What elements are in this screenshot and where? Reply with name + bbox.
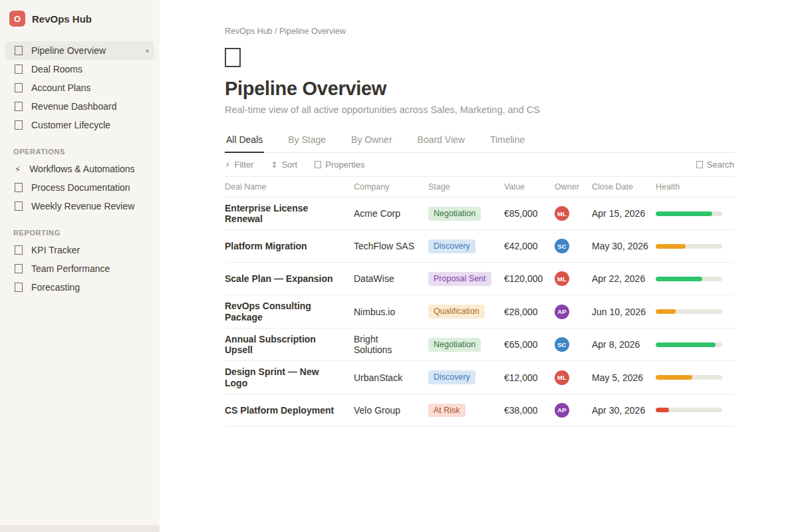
value-cell: €65,000 — [504, 339, 555, 350]
health-bar-track — [656, 309, 722, 314]
sidebar-item-label: Pipeline Overview — [31, 45, 106, 56]
value-cell: €42,000 — [504, 241, 555, 251]
column-header-health: Health — [656, 182, 734, 192]
deal-name-cell: Enterprise License Renewal — [225, 203, 354, 224]
table-row[interactable]: CS Platform DeploymentVelo GroupAt Risk€… — [225, 394, 734, 427]
table-row[interactable]: Platform MigrationTechFlow SASDiscovery€… — [225, 230, 734, 263]
sidebar-section-reporting: KPI TrackerTeam PerformanceForecasting — [0, 241, 160, 297]
page-title: Pipeline Overview — [225, 78, 734, 100]
sidebar-item-deal-rooms[interactable]: Deal Rooms — [5, 60, 154, 78]
health-bar-track — [656, 408, 722, 412]
sidebar-item-process-documentation[interactable]: Process Documentation — [5, 178, 154, 197]
stage-badge[interactable]: Qualification — [428, 305, 485, 319]
sidebar-item-workflows-automations[interactable]: ⚡Workflows & Automations — [5, 160, 154, 178]
sidebar-item-revenue-dashboard[interactable]: Revenue Dashboard — [5, 97, 154, 116]
sidebar-item-pipeline-overview[interactable]: Pipeline Overview▾ — [5, 41, 154, 60]
health-cell — [656, 408, 734, 412]
stage-badge[interactable]: Discovery — [428, 370, 475, 384]
company-cell: Velo Group — [354, 405, 428, 416]
tab-board-view[interactable]: Board View — [416, 130, 466, 152]
stage-badge[interactable]: Negotiation — [428, 338, 481, 352]
page-subtitle: Real-time view of all active opportuniti… — [225, 104, 734, 115]
health-bar-fill — [656, 342, 716, 347]
sort-button[interactable]: ↕ Sort — [271, 160, 297, 170]
owner-cell: AP — [555, 403, 592, 418]
owner-avatar[interactable]: ML — [555, 206, 569, 221]
stage-badge[interactable]: Negotiation — [428, 207, 481, 221]
health-bar-track — [656, 277, 722, 281]
tab-by-owner[interactable]: By Owner — [350, 130, 393, 152]
column-header-close-date: Close Date — [592, 182, 656, 192]
owner-cell: ML — [555, 271, 592, 286]
owner-avatar[interactable]: SC — [555, 239, 569, 253]
column-header-owner: Owner — [555, 182, 592, 192]
stage-badge[interactable]: Discovery — [428, 239, 475, 253]
table-row[interactable]: Scale Plan — ExpansionDataWiseProposal S… — [225, 263, 734, 295]
sidebar-item-weekly-revenue-review[interactable]: Weekly Revenue Review — [5, 197, 154, 215]
page-placeholder-icon — [15, 245, 23, 255]
sidebar-item-forecasting[interactable]: Forecasting — [5, 278, 154, 297]
table-row[interactable]: RevOps Consulting PackageNimbus.ioQualif… — [225, 295, 734, 328]
page-placeholder-icon — [15, 183, 23, 192]
search-label: Search — [707, 160, 734, 170]
table-row[interactable]: Annual Subscription UpsellBright Solutio… — [225, 329, 734, 361]
stage-cell: Proposal Sent — [428, 272, 504, 286]
table-body: Enterprise License RenewalAcme CorpNegot… — [225, 198, 734, 427]
search-icon — [696, 161, 703, 168]
sidebar-item-label: Forecasting — [31, 282, 80, 293]
lightning-icon: ⚡ — [15, 165, 21, 174]
properties-button[interactable]: Properties — [315, 160, 364, 170]
page-placeholder-icon — [15, 102, 23, 111]
owner-avatar[interactable]: ML — [555, 271, 569, 286]
close-date-cell: Apr 22, 2026 — [592, 273, 656, 284]
stage-cell: Negotiation — [428, 207, 504, 221]
page-icon[interactable] — [225, 48, 241, 67]
filter-button[interactable]: ⚡ Filter — [225, 160, 253, 170]
close-date-cell: Apr 15, 2026 — [592, 208, 656, 219]
sidebar-item-team-performance[interactable]: Team Performance — [5, 259, 154, 278]
sidebar-section-operations: ⚡Workflows & AutomationsProcess Document… — [0, 160, 160, 215]
stage-badge[interactable]: At Risk — [428, 404, 466, 418]
table-row[interactable]: Enterprise License RenewalAcme CorpNegot… — [225, 198, 734, 230]
owner-avatar[interactable]: AP — [555, 403, 569, 418]
deal-name-cell: Design Sprint — New Logo — [225, 366, 354, 388]
workspace-switcher[interactable]: O RevOps Hub — [0, 0, 160, 36]
company-cell: Bright Solutions — [354, 334, 428, 355]
page-placeholder-icon — [15, 46, 23, 55]
sidebar-item-account-plans[interactable]: Account Plans — [5, 78, 154, 97]
search-button[interactable]: Search — [696, 160, 734, 170]
owner-cell: SC — [555, 239, 592, 253]
lightning-icon: ⚡ — [225, 161, 230, 169]
properties-icon — [315, 161, 321, 168]
table-row[interactable]: Design Sprint — New LogoUrbanStackDiscov… — [225, 361, 734, 394]
breadcrumb[interactable]: RevOps Hub / Pipeline Overview — [225, 27, 734, 36]
health-bar-track — [656, 375, 722, 380]
health-cell — [656, 309, 734, 314]
health-bar-fill — [656, 244, 686, 249]
column-header-deal-name: Deal Name — [225, 182, 354, 192]
company-cell: DataWise — [354, 273, 428, 284]
value-cell: €38,000 — [504, 405, 555, 416]
owner-avatar[interactable]: AP — [555, 305, 569, 319]
owner-avatar[interactable]: ML — [555, 370, 569, 385]
sidebar-item-kpi-tracker[interactable]: KPI Tracker — [5, 241, 154, 259]
value-cell: €12,000 — [504, 372, 555, 383]
health-bar-fill — [656, 309, 676, 314]
sidebar-item-label: Weekly Revenue Review — [31, 201, 134, 211]
sidebar-section-title-operations: OPERATIONS — [13, 148, 160, 156]
sidebar-item-label: Process Documentation — [31, 182, 130, 193]
sidebar-item-customer-lifecycle[interactable]: Customer Lifecycle — [5, 116, 154, 134]
tab-all-deals[interactable]: All Deals — [225, 130, 264, 153]
page-placeholder-icon — [15, 83, 23, 92]
stage-badge[interactable]: Proposal Sent — [428, 272, 491, 286]
deal-name-cell: Annual Subscription Upsell — [225, 334, 354, 355]
health-cell — [656, 277, 734, 281]
tab-by-stage[interactable]: By Stage — [287, 130, 327, 152]
deal-name-cell: Platform Migration — [225, 241, 354, 251]
deal-name-cell: CS Platform Deployment — [225, 405, 354, 416]
health-bar-track — [656, 342, 722, 347]
health-bar-fill — [656, 211, 712, 216]
sort-arrows-icon: ↕ — [271, 161, 277, 169]
tab-timeline[interactable]: Timeline — [489, 130, 526, 152]
owner-avatar[interactable]: SC — [555, 337, 569, 352]
